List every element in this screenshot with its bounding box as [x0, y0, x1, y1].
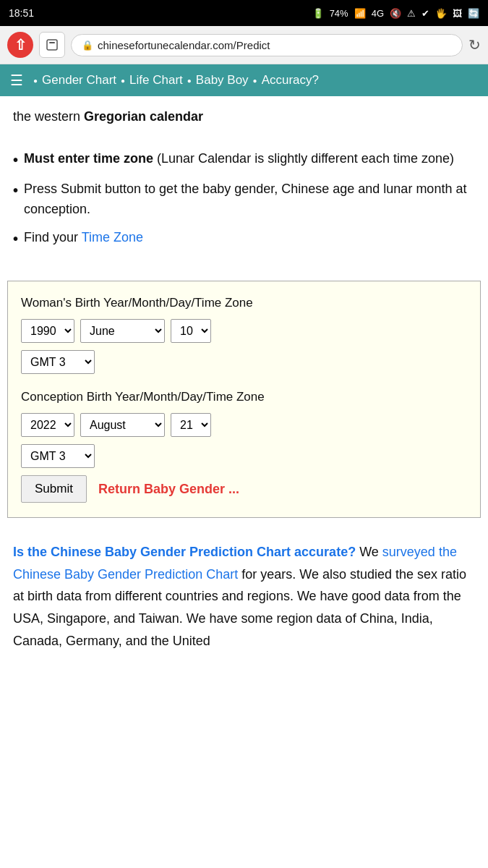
conception-tz-select[interactable]: GMT -12GMT -11GMT -10GMT -9GMT -8GMT -7G… [21, 444, 95, 468]
back-button[interactable]: ⇧ [7, 32, 33, 58]
image-icon: 🖼 [453, 8, 462, 19]
tab-button[interactable] [39, 32, 65, 58]
status-right: 🔋 74% 📶 4G 🔇 ⚠ ✔ 🖐 🖼 🔄 [312, 8, 479, 19]
battery-icon: 🔋 [312, 8, 324, 19]
lock-icon: 🔒 [82, 40, 93, 51]
battery-level: 74% [330, 8, 348, 19]
birth-year-select[interactable]: 1985198619871988198919901991199219931994… [21, 319, 74, 343]
conception-tz-row: GMT -12GMT -11GMT -10GMT -9GMT -8GMT -7G… [21, 444, 467, 468]
bullet-timezone: • Must enter time zone (Lunar Calendar i… [13, 148, 475, 171]
nav-dot-1: ● [33, 77, 38, 85]
return-label: Return Baby Gender ... [98, 482, 239, 497]
status-bar: 18:51 🔋 74% 📶 4G 🔇 ⚠ ✔ 🖐 🖼 🔄 [0, 0, 488, 26]
accuracy-paragraph: Is the Chinese Baby Gender Prediction Ch… [13, 541, 475, 652]
bullet-timezone-text: Must enter time zone (Lunar Calendar is … [24, 148, 475, 169]
bullet-timezone-link: • Find your Time Zone [13, 227, 475, 250]
nav-item-baby-boy[interactable]: Baby Boy [196, 73, 249, 88]
url-text: chinesefortunecalendar.com/Predict [98, 39, 270, 51]
signal-icon: 📶 [354, 8, 366, 19]
nav-dot-2: ● [121, 77, 125, 85]
browser-bar: ⇧ 🔒 chinesefortunecalendar.com/Predict ↻ [0, 26, 488, 64]
nav-item-life-chart[interactable]: Life Chart [129, 73, 183, 88]
prediction-form: Woman's Birth Year/Month/Day/Time Zone 1… [7, 281, 481, 518]
refresh-icon: 🔄 [468, 8, 479, 19]
intro-text: the western Gregorian calendar [13, 106, 475, 127]
time-zone-link[interactable]: Time Zone [82, 230, 143, 244]
url-bar[interactable]: 🔒 chinesefortunecalendar.com/Predict [71, 34, 463, 56]
svg-rect-0 [47, 40, 57, 50]
network-type: 4G [372, 8, 384, 19]
birth-tz-row: GMT -12GMT -11GMT -10GMT -9GMT -8GMT -7G… [21, 350, 467, 374]
time: 18:51 [9, 7, 34, 19]
hamburger-menu[interactable]: ☰ [10, 72, 23, 89]
submit-row: Submit Return Baby Gender ... [21, 475, 467, 503]
svg-rect-1 [49, 42, 55, 43]
conception-row-1: 2018201920202021202220232024 JanuaryFebr… [21, 413, 467, 437]
nav-item-accuracy[interactable]: Accuracy? [262, 73, 319, 88]
birth-day-select[interactable]: 1234567891011121314151617181920212223242… [171, 319, 211, 343]
bullet-dot-1: • [13, 148, 18, 171]
status-left: 18:51 [9, 7, 34, 19]
warning-icon: ⚠ [407, 8, 416, 19]
conception-year-select[interactable]: 2018201920202021202220232024 [21, 413, 74, 437]
accuracy-heading-link[interactable]: Is the Chinese Baby Gender Prediction Ch… [13, 545, 356, 559]
bullet-dot-2: • [13, 179, 18, 202]
mute-icon: 🔇 [390, 8, 401, 19]
birth-row-1: 1985198619871988198919901991199219931994… [21, 319, 467, 343]
bullet-submit: • Press Submit button to get the baby ge… [13, 179, 475, 221]
nav-dot-4: ● [253, 77, 257, 85]
bottom-content: Is the Chinese Baby Gender Prediction Ch… [0, 531, 488, 662]
submit-button[interactable]: Submit [21, 475, 87, 503]
check-icon: ✔ [421, 8, 429, 19]
nav-dot-3: ● [187, 77, 192, 85]
section1-title: Woman's Birth Year/Month/Day/Time Zone [21, 296, 467, 310]
browser-refresh-icon[interactable]: ↻ [468, 36, 481, 54]
birth-tz-select[interactable]: GMT -12GMT -11GMT -10GMT -9GMT -8GMT -7G… [21, 350, 95, 374]
nav-item-gender-chart[interactable]: Gender Chart [42, 73, 116, 88]
birth-month-select[interactable]: JanuaryFebruaryMarchAprilMayJuneJulyAugu… [80, 319, 165, 343]
hand-icon: 🖐 [435, 8, 447, 19]
content-area: the western Gregorian calendar • Must en… [0, 96, 488, 268]
conception-day-select[interactable]: 1234567891011121314151617181920212223242… [171, 413, 211, 437]
section2-title: Conception Birth Year/Month/Day/Time Zon… [21, 390, 467, 404]
nav-bar: ☰ ● Gender Chart ● Life Chart ● Baby Boy… [0, 64, 488, 96]
bullet-timezone-link-text: Find your Time Zone [24, 227, 475, 248]
bullet-submit-text: Press Submit button to get the baby gend… [24, 179, 475, 221]
conception-month-select[interactable]: JanuaryFebruaryMarchAprilMayJuneJulyAugu… [80, 413, 165, 437]
accuracy-text-1: We [359, 545, 382, 559]
bullet-dot-3: • [13, 227, 18, 250]
